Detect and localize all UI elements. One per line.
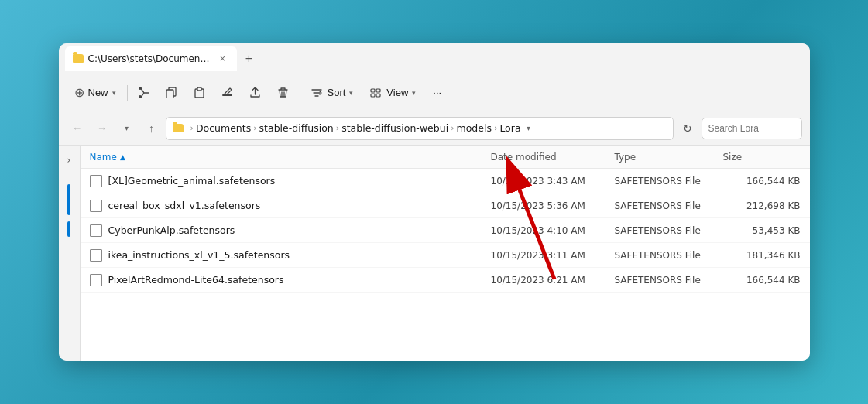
share-button[interactable] <box>242 80 269 106</box>
new-plus-icon: ⊕ <box>74 85 84 100</box>
svg-rect-10 <box>376 94 380 97</box>
share-icon <box>249 87 261 98</box>
name-sort-icon: ▲ <box>120 153 125 161</box>
copy-button[interactable] <box>159 80 185 106</box>
file-type: SAFETENSORS File <box>615 275 723 286</box>
up-button[interactable]: ↑ <box>141 118 163 139</box>
back-button[interactable]: ← <box>67 118 88 139</box>
forward-button[interactable]: → <box>91 118 113 139</box>
svg-rect-8 <box>376 89 380 92</box>
bc-sep-2: › <box>336 123 339 133</box>
table-row[interactable]: [XL]Geometric_animal.safetensors 10/15/2… <box>81 169 810 193</box>
address-bar: ← → ▾ ↑ › Documents › stable-diffusion ›… <box>59 111 810 146</box>
file-date: 10/15/2023 4:10 AM <box>491 225 615 236</box>
file-type: SAFETENSORS File <box>615 225 723 236</box>
table-row[interactable]: ikea_instructions_xl_v1_5.safetensors 10… <box>81 243 810 268</box>
active-tab[interactable]: C:\Users\stets\Documents\sta × <box>65 46 237 71</box>
file-size: 181,346 KB <box>723 250 801 261</box>
file-icon <box>90 249 102 262</box>
bc-documents[interactable]: Documents <box>196 122 251 134</box>
cut-button[interactable] <box>131 80 157 106</box>
file-name: cereal_box_sdxl_v1.safetensors <box>108 200 491 211</box>
file-date: 10/15/2023 3:11 AM <box>491 250 615 261</box>
refresh-button[interactable]: ↻ <box>677 118 698 139</box>
file-size: 166,544 KB <box>723 275 801 286</box>
svg-rect-7 <box>371 89 375 92</box>
view-label: View <box>386 87 408 98</box>
delete-icon <box>277 87 289 98</box>
file-size: 166,544 KB <box>723 176 801 187</box>
bc-sep-3: › <box>451 123 454 133</box>
copy-icon <box>166 87 177 98</box>
recent-locations-button[interactable]: ▾ <box>116 118 138 139</box>
file-icon <box>90 224 102 237</box>
file-size: 212,698 KB <box>723 200 801 211</box>
tab-close-button[interactable]: × <box>217 53 229 65</box>
file-icon <box>90 200 102 212</box>
main-area: › Name ▲ Date modified Type Size [XL]Geo… <box>59 146 810 361</box>
new-tab-button[interactable]: + <box>238 48 260 70</box>
col-type-header[interactable]: Type <box>615 152 723 163</box>
breadcrumb-folder-icon <box>173 124 184 132</box>
file-date: 10/15/2023 6:21 AM <box>491 275 615 286</box>
rename-button[interactable] <box>214 80 241 106</box>
bc-lora[interactable]: Lora <box>499 122 520 134</box>
view-chevron-icon: ▾ <box>412 89 416 97</box>
table-row[interactable]: cereal_box_sdxl_v1.safetensors 10/15/202… <box>81 193 810 218</box>
cut-icon <box>138 87 149 98</box>
panel-bar-1 <box>67 184 70 215</box>
breadcrumb-bar[interactable]: › Documents › stable-diffusion › stable-… <box>166 117 674 140</box>
col-name-header[interactable]: Name ▲ <box>90 152 491 163</box>
table-row[interactable]: PixelArtRedmond-Lite64.safetensors 10/15… <box>81 268 810 293</box>
col-date-header[interactable]: Date modified <box>491 152 615 163</box>
bc-stable-diffusion[interactable]: stable-diffusion <box>259 122 334 134</box>
panel-bar-2 <box>67 221 70 237</box>
sort-chevron-icon: ▾ <box>349 89 353 97</box>
file-type: SAFETENSORS File <box>615 200 723 211</box>
tab-title: C:\Users\stets\Documents\sta <box>88 53 212 64</box>
file-icon <box>90 175 102 187</box>
bc-sep-1: › <box>253 123 256 133</box>
title-bar: C:\Users\stets\Documents\sta × + <box>59 43 810 74</box>
table-row[interactable]: CyberPunkAlp.safetensors 10/15/2023 4:10… <box>81 218 810 243</box>
svg-point-0 <box>139 87 142 90</box>
file-size: 53,453 KB <box>723 225 801 236</box>
svg-rect-5 <box>197 87 201 91</box>
view-icon <box>370 87 381 98</box>
delete-button[interactable] <box>270 80 297 106</box>
file-name: [XL]Geometric_animal.safetensors <box>108 175 491 187</box>
svg-rect-3 <box>166 90 173 98</box>
new-chevron-icon: ▾ <box>112 89 116 97</box>
file-rows-container: [XL]Geometric_animal.safetensors 10/15/2… <box>81 169 810 293</box>
view-button[interactable]: View ▾ <box>362 80 424 106</box>
file-list: Name ▲ Date modified Type Size [XL]Geome… <box>81 146 810 361</box>
sort-icon <box>311 87 322 98</box>
separator-1 <box>127 85 128 101</box>
col-size-header[interactable]: Size <box>723 152 801 163</box>
sort-button[interactable]: Sort ▾ <box>304 80 362 106</box>
svg-point-1 <box>139 95 142 98</box>
file-icon <box>90 274 102 286</box>
new-button[interactable]: ⊕ New ▾ <box>67 80 124 106</box>
more-label: ··· <box>433 87 441 98</box>
file-date: 10/15/2023 3:43 AM <box>491 176 615 187</box>
separator-2 <box>300 85 300 101</box>
file-type: SAFETENSORS File <box>615 250 723 261</box>
more-button[interactable]: ··· <box>425 80 449 106</box>
breadcrumb-dropdown[interactable]: ▾ <box>521 118 537 139</box>
file-date: 10/15/2023 5:36 AM <box>491 200 615 211</box>
bc-sep-4: › <box>494 123 497 133</box>
left-panel: › <box>59 146 81 361</box>
bc-webui[interactable]: stable-diffusion-webui <box>341 122 448 134</box>
panel-collapse-button[interactable]: › <box>64 152 74 169</box>
file-name: ikea_instructions_xl_v1_5.safetensors <box>108 249 491 261</box>
new-label: New <box>88 87 108 98</box>
folder-icon <box>73 54 84 63</box>
search-input[interactable] <box>702 118 802 139</box>
bc-models[interactable]: models <box>457 122 492 134</box>
file-name: CyberPunkAlp.safetensors <box>108 224 491 236</box>
paste-button[interactable] <box>187 80 213 106</box>
bc-sep-0: › <box>190 123 194 133</box>
paste-icon <box>194 87 205 98</box>
sort-label: Sort <box>328 87 346 98</box>
